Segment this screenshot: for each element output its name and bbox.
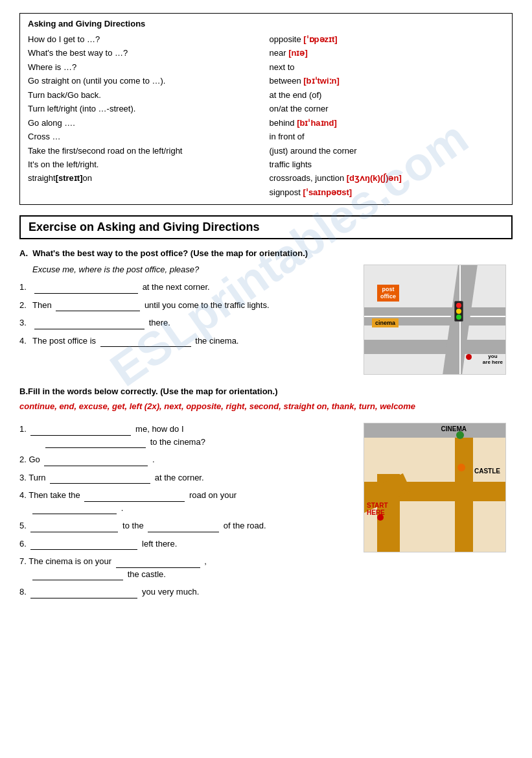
vocab-phrase: Turn back/Go back.: [28, 88, 263, 102]
exercise-item-b2: 2. Go .: [19, 453, 357, 466]
exercise-item-b7: 7. The cinema is on your , the castle.: [19, 555, 357, 580]
vocab-phrase: next to: [270, 60, 505, 74]
item-content: at the next corner.: [32, 281, 357, 294]
cinema-dot: [456, 431, 464, 439]
item-number: 1.: [19, 281, 32, 294]
exercise-item-a3: 3. there.: [19, 316, 357, 329]
blank-input[interactable]: [100, 346, 191, 347]
item-number: 6.: [19, 539, 29, 549]
blank-input[interactable]: [116, 567, 200, 568]
part-a-title: A. What's the best way to the post offic…: [19, 248, 513, 258]
vocab-phrase: between [bɪˈtwiːn]: [270, 74, 505, 88]
item-text: The post office is: [32, 336, 98, 346]
vocab-right-col: opposite [ˈɒpəzɪt] near [nɪə] next to be…: [263, 32, 505, 199]
exercise-item-b1: 1. me, how do I to the cinema?: [19, 423, 357, 448]
blank-input[interactable]: [30, 435, 131, 436]
vocab-phrase: Where is …?: [28, 60, 263, 74]
item-number: 5.: [19, 521, 29, 530]
exercise-item-b3: 3. Turn at the corner.: [19, 471, 357, 484]
vocab-title: Asking and Giving Directions: [28, 19, 504, 29]
you-are-here-label: youare here: [483, 353, 503, 365]
item-number: 7.: [19, 556, 29, 566]
vocab-phrase: near [nɪə]: [270, 46, 505, 60]
vocab-phrase: Take the first/second road on the left/r…: [28, 144, 263, 158]
part-b-left: 1. me, how do I to the cinema? 2. Go . 3…: [19, 423, 357, 604]
item-text: until you come to the traffic lights.: [145, 300, 270, 310]
castle-map-label: CASTLE: [474, 468, 500, 475]
item-text: you very much.: [142, 587, 199, 597]
item-text: road on your: [189, 490, 237, 500]
part-b-section: B.Fill in the words below correctly. (Us…: [19, 386, 513, 603]
start-here-label: STARTHERE: [367, 502, 388, 516]
item-content: The post office is the cinema.: [32, 335, 357, 348]
item-text: Turn: [29, 473, 48, 482]
vocab-phrase: straight[streɪt]on: [28, 171, 263, 185]
vocab-phrase: (just) around the corner: [270, 144, 505, 158]
item-text: .: [152, 455, 155, 464]
part-b-title: B.Fill in the words below correctly. (Us…: [19, 386, 513, 396]
vocab-phrase: traffic lights: [270, 158, 505, 171]
item-number: 8.: [19, 587, 29, 597]
part-a-section: A. What's the best way to the post offic…: [19, 248, 513, 375]
excuse-text: Excuse me, where is the post office, ple…: [32, 265, 357, 274]
blank-input[interactable]: [30, 532, 118, 532]
item-text: Then: [32, 300, 54, 310]
exercise-item-b8: 8. you very much.: [19, 586, 357, 598]
vocab-phrase: How do I get to …?: [28, 32, 263, 46]
item-text: me, how do I: [135, 424, 183, 434]
vocab-phrase: behind [bɪˈhaɪnd]: [270, 116, 505, 130]
item-content: there.: [32, 316, 357, 329]
exercise-item-a2: 2. Then until you come to the traffic li…: [19, 299, 357, 312]
item-content: Then until you come to the traffic light…: [32, 299, 357, 312]
item-text: at the next corner.: [143, 282, 210, 292]
item-number: 3.: [19, 316, 32, 329]
item-text: to the: [122, 521, 146, 530]
item-text: to the cinema?: [150, 437, 205, 447]
castle-dot: [457, 464, 465, 471]
blank-input[interactable]: [56, 311, 140, 311]
vocab-phrase: on/at the corner: [270, 102, 505, 115]
item-text: there.: [149, 318, 170, 327]
blank-input[interactable]: [32, 580, 123, 580]
vocab-section: Asking and Giving Directions How do I ge…: [19, 13, 513, 205]
blank-input[interactable]: [34, 329, 145, 329]
cinema-label: cinema: [372, 318, 399, 327]
vocab-phrase: Go along ….: [28, 116, 263, 130]
blank-input[interactable]: [50, 483, 150, 484]
exercise-item-a1: 1. at the next corner.: [19, 281, 357, 294]
vocab-left-col: How do I get to …? What's the best way t…: [28, 32, 263, 199]
word-list: continue, end, excuse, get, left (2x), n…: [19, 400, 513, 414]
blank-input[interactable]: [32, 514, 117, 514]
item-text: at the corner.: [155, 473, 204, 482]
item-number: 2.: [19, 299, 32, 312]
vocab-content: How do I get to …? What's the best way t…: [28, 32, 504, 199]
map-a-container: postoffice cinema youare here: [364, 265, 513, 375]
item-number: 4.: [19, 335, 32, 348]
map-a: postoffice cinema youare here: [364, 265, 506, 375]
blank-input[interactable]: [30, 598, 137, 598]
vocab-phrase: What's the best way to …?: [28, 46, 263, 60]
blank-input[interactable]: [44, 466, 148, 466]
blank-input[interactable]: [148, 532, 219, 532]
blank-input[interactable]: [45, 447, 146, 448]
part-a-content: Excuse me, where is the post office, ple…: [19, 265, 513, 375]
vocab-phrase: signpost [ˈsaɪnpəʊst]: [270, 185, 505, 199]
part-b-label: B.: [19, 386, 28, 396]
exercise-box: Exercise on Asking and Giving Directions: [19, 215, 513, 239]
map-b: CINEMA CASTLE STARTHERE: [364, 423, 506, 552]
blank-input[interactable]: [30, 549, 137, 550]
vocab-phrase: opposite [ˈɒpəzɪt]: [270, 32, 505, 46]
cinema-map-label: CINEMA: [441, 425, 467, 432]
vocab-phrase: in front of: [270, 130, 505, 143]
vocab-phrase: It's on the left/right.: [28, 158, 263, 171]
item-number: 2.: [19, 455, 29, 464]
vocab-phrase: Turn left/right (into …-street).: [28, 102, 263, 115]
exercise-item-b4: 4. Then take the road on your .: [19, 489, 357, 514]
item-number: 3.: [19, 473, 29, 482]
post-office-label: postoffice: [377, 285, 399, 302]
part-a-left: Excuse me, where is the post office, ple…: [19, 265, 357, 375]
blank-input[interactable]: [84, 501, 185, 502]
blank-input[interactable]: [34, 293, 138, 294]
exercise-item-b6: 6. left there.: [19, 538, 357, 551]
item-number: 1.: [19, 424, 29, 434]
